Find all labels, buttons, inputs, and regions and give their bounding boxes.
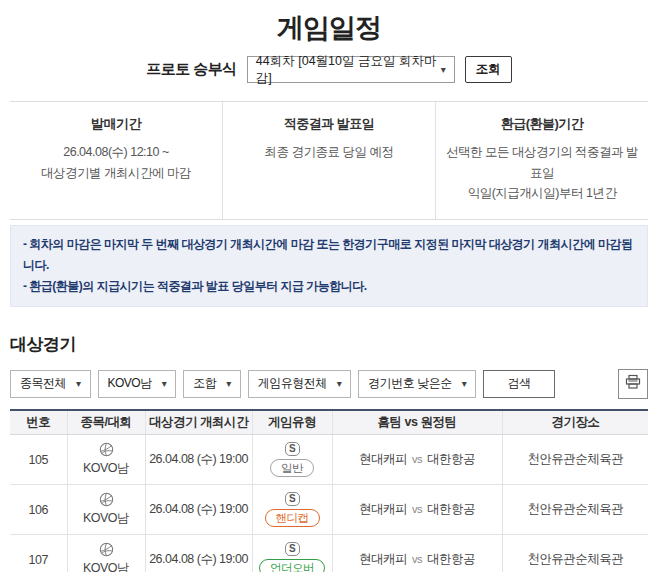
filter-value: 게임유형전체 bbox=[258, 375, 327, 392]
volleyball-icon bbox=[99, 492, 114, 507]
info-panel-result-date: 적중결과 발표일 최종 경기종료 당일 예정 bbox=[222, 102, 435, 219]
games-table: 번호 종목/대회 대상경기 개최시간 게임유형 홈팀 vs 원정팀 경기장소 1… bbox=[10, 409, 648, 572]
search-button[interactable]: 검색 bbox=[483, 370, 555, 398]
info-line: 익일(지급개시일)부터 1년간 bbox=[442, 183, 642, 204]
print-button[interactable] bbox=[618, 369, 648, 399]
col-header-sport: 종목/대회 bbox=[67, 410, 145, 435]
chevron-down-icon: ▾ bbox=[441, 64, 446, 75]
table-header-row: 번호 종목/대회 대상경기 개최시간 게임유형 홈팀 vs 원정팀 경기장소 bbox=[10, 410, 648, 435]
table-row: 107 KOVO남 26.04.08 (수) 19:00 S 언더오버 bbox=[10, 535, 648, 572]
info-title: 발매기간 bbox=[16, 115, 216, 133]
chevron-down-icon: ▾ bbox=[462, 378, 467, 389]
page: 게임일정 프로토 승부식 44회차 [04월10일 금요일 회차마감] ▾ 조회… bbox=[0, 0, 658, 572]
cell-datetime: 26.04.08 (수) 19:00 bbox=[145, 485, 252, 535]
vs-label: vs bbox=[412, 553, 422, 565]
league-name: KOVO남 bbox=[83, 460, 129, 477]
cell-league: KOVO남 bbox=[67, 435, 145, 485]
filter-value: 경기번호 낮은순 bbox=[368, 375, 451, 392]
section-title-target-games: 대상경기 bbox=[10, 333, 648, 356]
away-team: 대한항공 bbox=[427, 552, 475, 566]
vs-label: vs bbox=[412, 503, 422, 515]
cell-venue: 천안유관순체육관 bbox=[502, 435, 648, 485]
printer-icon bbox=[625, 374, 641, 393]
cell-game-type: S 언더오버 bbox=[252, 535, 332, 572]
col-header-venue: 경기장소 bbox=[502, 410, 648, 435]
game-type-pill: 핸디캡 bbox=[265, 509, 320, 527]
cell-teams: 현대캐피vs대한항공 bbox=[332, 535, 502, 572]
filter-sport-select[interactable]: 종목전체 ▾ bbox=[10, 370, 91, 398]
notice-line: - 회차의 마감은 마지막 두 번째 대상경기 개최시간에 마감 또는 한경기구… bbox=[23, 234, 635, 276]
game-type-pill: 일반 bbox=[270, 459, 314, 477]
cell-number: 106 bbox=[10, 485, 67, 535]
cell-datetime: 26.04.08 (수) 19:00 bbox=[145, 535, 252, 572]
cell-number: 105 bbox=[10, 435, 67, 485]
info-strip: 발매기간 26.04.08(수) 12:10 ~ 대상경기별 개최시간에 마감 … bbox=[10, 101, 648, 220]
info-line: 26.04.08(수) 12:10 ~ bbox=[16, 142, 216, 163]
info-panel-sale-period: 발매기간 26.04.08(수) 12:10 ~ 대상경기별 개최시간에 마감 bbox=[10, 102, 222, 219]
cell-teams: 현대캐피vs대한항공 bbox=[332, 485, 502, 535]
cell-league: KOVO남 bbox=[67, 485, 145, 535]
notice-line: - 환급(환불)의 지급시기는 적중결과 발표 당일부터 지급 가능합니다. bbox=[23, 276, 635, 297]
info-line: 선택한 모든 대상경기의 적중결과 발표일 bbox=[442, 142, 642, 183]
round-select-value: 44회차 [04월10일 금요일 회차마감] bbox=[256, 53, 441, 87]
info-title: 적중결과 발표일 bbox=[229, 115, 429, 133]
col-header-game-type: 게임유형 bbox=[252, 410, 332, 435]
filter-value: KOVO남 bbox=[108, 375, 152, 392]
cell-teams: 현대캐피vs대한항공 bbox=[332, 435, 502, 485]
col-header-number: 번호 bbox=[10, 410, 67, 435]
game-type-pill: 언더오버 bbox=[259, 559, 325, 572]
notice-panel: - 회차의 마감은 마지막 두 번째 대상경기 개최시간에 마감 또는 한경기구… bbox=[10, 225, 648, 307]
chevron-down-icon: ▾ bbox=[337, 378, 342, 389]
single-game-badge: S bbox=[285, 542, 300, 556]
single-game-badge: S bbox=[285, 492, 300, 506]
volleyball-icon bbox=[99, 542, 114, 557]
filter-sort-select[interactable]: 경기번호 낮은순 ▾ bbox=[358, 370, 476, 398]
filter-league-select[interactable]: KOVO남 ▾ bbox=[98, 370, 177, 398]
home-team: 현대캐피 bbox=[359, 502, 407, 516]
filter-value: 종목전체 bbox=[20, 375, 66, 392]
cell-venue: 천안유관순체육관 bbox=[502, 485, 648, 535]
away-team: 대한항공 bbox=[427, 452, 475, 466]
cell-league: KOVO남 bbox=[67, 535, 145, 572]
round-select[interactable]: 44회차 [04월10일 금요일 회차마감] ▾ bbox=[247, 56, 455, 83]
filter-bar: 종목전체 ▾ KOVO남 ▾ 조합 ▾ 게임유형전체 ▾ 경기번호 낮은순 ▾ … bbox=[10, 369, 648, 399]
filter-value: 조합 bbox=[193, 375, 216, 392]
vs-label: vs bbox=[412, 453, 422, 465]
filter-game-type-select[interactable]: 게임유형전체 ▾ bbox=[248, 370, 352, 398]
cell-game-type: S 일반 bbox=[252, 435, 332, 485]
chevron-down-icon: ▾ bbox=[226, 378, 231, 389]
info-panel-refund-period: 환급(환불)기간 선택한 모든 대상경기의 적중결과 발표일 익일(지급개시일)… bbox=[435, 102, 648, 219]
info-line: 최종 경기종료 당일 예정 bbox=[229, 142, 429, 163]
col-header-datetime: 대상경기 개최시간 bbox=[145, 410, 252, 435]
round-search-button[interactable]: 조회 bbox=[465, 56, 512, 83]
volleyball-icon bbox=[99, 442, 114, 457]
info-title: 환급(환불)기간 bbox=[442, 115, 642, 133]
away-team: 대한항공 bbox=[427, 502, 475, 516]
cell-datetime: 26.04.08 (수) 19:00 bbox=[145, 435, 252, 485]
round-selector-bar: 프로토 승부식 44회차 [04월10일 금요일 회차마감] ▾ 조회 bbox=[10, 56, 648, 83]
home-team: 현대캐피 bbox=[359, 552, 407, 566]
table-row: 106 KOVO남 26.04.08 (수) 19:00 S 핸디캡 bbox=[10, 485, 648, 535]
info-line: 대상경기별 개최시간에 마감 bbox=[16, 163, 216, 184]
home-team: 현대캐피 bbox=[359, 452, 407, 466]
cell-game-type: S 핸디캡 bbox=[252, 485, 332, 535]
chevron-down-icon: ▾ bbox=[76, 378, 81, 389]
chevron-down-icon: ▾ bbox=[162, 378, 167, 389]
league-name: KOVO남 bbox=[83, 510, 129, 527]
league-name: KOVO남 bbox=[83, 560, 129, 572]
round-selector-label: 프로토 승부식 bbox=[146, 60, 237, 79]
filter-combo-select[interactable]: 조합 ▾ bbox=[183, 370, 241, 398]
cell-number: 107 bbox=[10, 535, 67, 572]
table-row: 105 KOVO남 26.04.08 (수) 19:00 S 일반 bbox=[10, 435, 648, 485]
page-title: 게임일정 bbox=[10, 6, 648, 46]
col-header-teams: 홈팀 vs 원정팀 bbox=[332, 410, 502, 435]
single-game-badge: S bbox=[285, 442, 300, 456]
cell-venue: 천안유관순체육관 bbox=[502, 535, 648, 572]
